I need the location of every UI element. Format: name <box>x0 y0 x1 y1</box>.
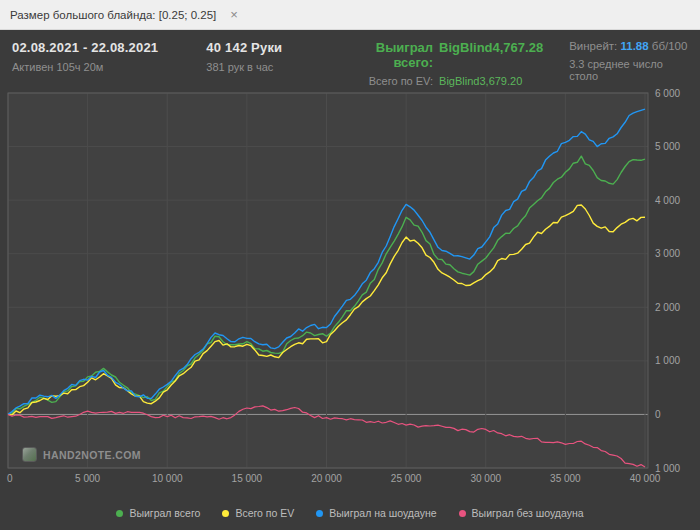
svg-text:15 000: 15 000 <box>232 473 263 484</box>
svg-text:10 000: 10 000 <box>152 473 183 484</box>
filter-bar: Размер большого блайнда: [0.25; 0.25] × <box>0 0 700 30</box>
legend-dot-icon <box>222 510 229 517</box>
chart-legend: Выиграл всегоВсего по EVВыиграл на шоуда… <box>0 498 700 528</box>
legend-item-0[interactable]: Выиграл всего <box>116 507 200 519</box>
close-icon[interactable]: × <box>226 6 242 23</box>
svg-text:20 000: 20 000 <box>311 473 342 484</box>
legend-dot-icon <box>459 510 466 517</box>
svg-text:1 000: 1 000 <box>655 355 680 366</box>
winnings-chart: 6 0005 0004 0003 0002 0001 00001 00005 0… <box>0 86 700 498</box>
svg-text:5 000: 5 000 <box>75 473 100 484</box>
filter-chip-label: Размер большого блайнда: [0.25; 0.25] <box>10 9 216 21</box>
won-total-label: Выиграл всего: <box>344 40 433 70</box>
stats-hands: 40 142 Руки 381 рук в час <box>206 40 318 73</box>
stats-winrate: Винрейт: 11.88 бб/100 3.3 среднее число … <box>569 40 688 82</box>
legend-item-2[interactable]: Выиграл на шоудауне <box>316 507 436 519</box>
legend-label: Выиграл без шоудауна <box>472 507 584 519</box>
legend-label: Выиграл всего <box>129 507 200 519</box>
svg-text:4 000: 4 000 <box>655 195 680 206</box>
legend-item-3[interactable]: Выиграл без шоудауна <box>459 507 584 519</box>
report-panel: 02.08.2021 - 22.08.2021 Активен 105ч 20м… <box>0 30 700 530</box>
svg-text:5 000: 5 000 <box>655 141 680 152</box>
hands-total: 40 142 Руки <box>206 40 318 55</box>
won-total-value: BigBlind4,767.28 <box>439 40 543 70</box>
date-range: 02.08.2021 - 22.08.2021 <box>12 40 180 55</box>
hand2note-logo-icon <box>22 447 37 462</box>
hands-per-hour: 381 рук в час <box>206 61 318 73</box>
winrate-unit: бб/100 <box>652 40 688 52</box>
stats-header: 02.08.2021 - 22.08.2021 Активен 105ч 20м… <box>0 30 700 86</box>
legend-label: Выиграл на шоудауне <box>329 507 436 519</box>
legend-label: Всего по EV <box>235 507 294 519</box>
svg-text:0: 0 <box>7 473 13 484</box>
stats-session: 02.08.2021 - 22.08.2021 Активен 105ч 20м <box>12 40 180 73</box>
brand-logo: HAND2NOTE.COM <box>22 447 141 462</box>
avg-tables: 3.3 среднее число столо <box>569 58 688 82</box>
svg-text:40 000: 40 000 <box>630 473 661 484</box>
winrate-value: 11.88 <box>620 40 648 52</box>
hand2note-logo-text: HAND2NOTE.COM <box>43 449 141 461</box>
chart-svg: 6 0005 0004 0003 0002 0001 00001 00005 0… <box>0 86 700 498</box>
winrate-label: Винрейт: <box>569 40 617 52</box>
svg-text:25 000: 25 000 <box>391 473 422 484</box>
stats-winnings: Выиграл всего: BigBlind4,767.28 Всего по… <box>344 40 543 87</box>
svg-text:1 000: 1 000 <box>655 463 680 474</box>
filter-chip-bigblind[interactable]: Размер большого блайнда: [0.25; 0.25] × <box>10 6 242 23</box>
svg-text:2 000: 2 000 <box>655 302 680 313</box>
active-time: Активен 105ч 20м <box>12 61 180 73</box>
svg-text:30 000: 30 000 <box>470 473 501 484</box>
svg-text:3 000: 3 000 <box>655 248 680 259</box>
svg-text:6 000: 6 000 <box>655 88 680 99</box>
svg-text:0: 0 <box>655 409 661 420</box>
svg-text:35 000: 35 000 <box>550 473 581 484</box>
legend-dot-icon <box>316 510 323 517</box>
legend-item-1[interactable]: Всего по EV <box>222 507 294 519</box>
legend-dot-icon <box>116 510 123 517</box>
